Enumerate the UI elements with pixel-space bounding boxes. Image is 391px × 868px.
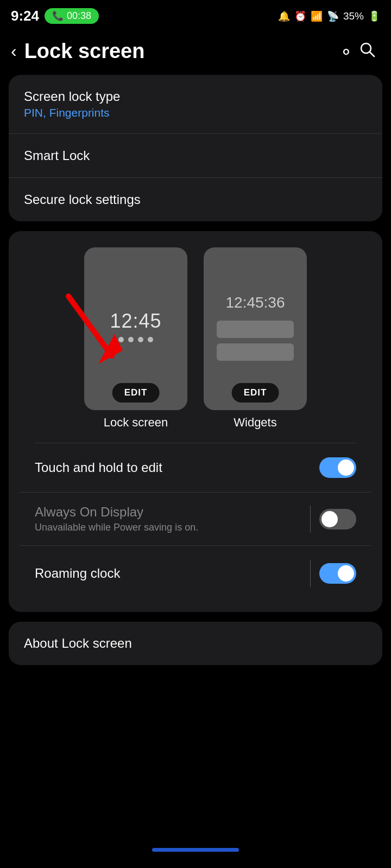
screen-lock-type-subtitle: PIN, Fingerprints [24,106,367,119]
wifi-icon: 📶 [311,10,323,22]
aod-label-area: Always On Display Unavailable while Powe… [35,505,198,533]
secure-lock-settings-title: Secure lock settings [24,192,367,207]
call-duration: 00:38 [67,10,91,22]
widgets-preview-phone: 12:45:36 EDIT [204,247,307,410]
smart-lock-item[interactable]: Smart Lock [9,134,382,178]
screen-lock-type-item[interactable]: Screen lock type PIN, Fingerprints [9,75,382,134]
signal-icon: 📡 [327,10,339,22]
roaming-clock-knob [338,565,354,582]
secure-lock-settings-item[interactable]: Secure lock settings [9,178,382,221]
lock-screen-preview-label: Lock screen [104,416,168,430]
touch-hold-edit-knob [338,459,354,476]
bottom-nav-pill [152,848,239,852]
alarm-icon: 🔔 [278,10,290,22]
preview-row: 12:45 EDIT Lock screen 12:45:36 EDIT Wid… [20,247,371,430]
touch-hold-edit-toggle[interactable] [319,457,356,478]
aod-divider-line [310,506,311,533]
bottom-nav-bar [0,835,391,868]
page-header: ‹ Lock screen ⚬ [0,30,391,75]
aod-title: Always On Display [35,505,198,520]
about-lock-screen-item[interactable]: About Lock screen [9,622,382,665]
preview-section: 12:45 EDIT Lock screen 12:45:36 EDIT Wid… [9,231,382,612]
lock-screen-edit-button[interactable]: EDIT [112,383,160,403]
call-badge: 📞 00:38 [45,8,99,24]
battery-icon: 🔋 [368,10,380,22]
call-icon: 📞 [52,10,64,22]
widget-block-1 [217,321,294,338]
dot-3 [138,337,143,342]
battery-text: 35% [343,10,364,22]
dot-4 [148,337,153,342]
aod-knob [321,511,338,527]
status-bar: 9:24 📞 00:38 🔔 ⏰ 📶 📡 35% 🔋 [0,0,391,30]
aod-toggle[interactable] [319,509,356,529]
clock-icon: ⏰ [294,10,306,22]
widgets-preview-card[interactable]: 12:45:36 EDIT Widgets [204,247,307,430]
smart-lock-title: Smart Lock [24,148,367,163]
touch-hold-edit-label: Touch and hold to edit [35,460,162,475]
svg-line-1 [370,52,374,56]
status-left: 9:24 📞 00:38 [11,8,99,24]
dot-2 [128,337,134,342]
lock-screen-preview-time: 12:45 [110,310,161,333]
back-button[interactable]: ‹ [11,41,17,61]
page-title: Lock screen [24,40,145,63]
touch-hold-edit-row[interactable]: Touch and hold to edit [20,443,371,493]
screen-lock-type-title: Screen lock type [24,89,367,104]
roaming-clock-row[interactable]: Roaming clock [20,546,371,601]
search-button[interactable]: ⚬ [339,41,376,62]
lock-screen-preview-phone: 12:45 EDIT [84,247,187,410]
lock-screen-dots [118,337,153,342]
touch-hold-edit-title: Touch and hold to edit [35,460,162,475]
dot-1 [118,337,124,342]
security-section: Screen lock type PIN, Fingerprints Smart… [9,75,382,221]
aod-sublabel: Unavailable while Power saving is on. [35,522,198,533]
roaming-clock-toggle[interactable] [319,563,356,584]
widgets-edit-button[interactable]: EDIT [232,383,279,403]
widget-block-2 [217,343,294,361]
widgets-preview-time: 12:45:36 [226,294,285,311]
about-lock-screen-title: About Lock screen [24,636,367,651]
aod-toggle-area [310,506,356,533]
status-right: 🔔 ⏰ 📶 📡 35% 🔋 [278,10,380,22]
status-time: 9:24 [11,8,39,24]
roaming-clock-title: Roaming clock [35,566,120,581]
roaming-divider-line [310,560,311,587]
widgets-preview-label: Widgets [234,416,276,430]
aod-row: Always On Display Unavailable while Powe… [20,493,371,546]
roaming-clock-label-area: Roaming clock [35,566,120,581]
header-left: ‹ Lock screen [11,40,144,63]
lock-screen-preview-card[interactable]: 12:45 EDIT Lock screen [84,247,187,430]
